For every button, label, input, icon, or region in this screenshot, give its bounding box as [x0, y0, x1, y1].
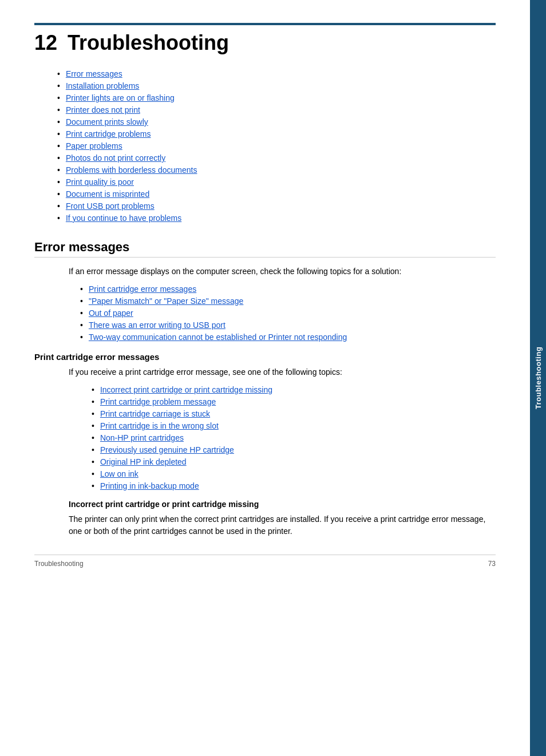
toc-item: Printer lights are on or flashing — [57, 93, 496, 102]
top-border — [34, 23, 496, 25]
toc-item: Paper problems — [57, 141, 496, 151]
link-ink-backup[interactable]: Printing in ink-backup mode — [100, 481, 199, 490]
link-wrong-slot[interactable]: Print cartridge is in the wrong slot — [100, 421, 219, 430]
list-item: Non-HP print cartridges — [92, 433, 496, 442]
list-item: Original HP ink depleted — [92, 457, 496, 466]
toc-item: Document is misprinted — [57, 189, 496, 199]
toc-item: Print quality is poor — [57, 177, 496, 187]
chapter-title: 12Troubleshooting — [34, 31, 496, 55]
chapter-number: 12 — [34, 31, 57, 54]
toc-item: Photos do not print correctly — [57, 153, 496, 163]
toc-item: Error messages — [57, 69, 496, 78]
main-content: 12Troubleshooting Error messages Install… — [0, 0, 530, 756]
toc-link-photos[interactable]: Photos do not print correctly — [66, 153, 165, 163]
list-item: Print cartridge error messages — [80, 284, 496, 294]
toc-item: Front USB port problems — [57, 201, 496, 211]
list-item: "Paper Mismatch" or "Paper Size" message — [80, 296, 496, 306]
link-usb-error[interactable]: There was an error writing to USB port — [89, 320, 225, 330]
toc-link-doc-prints-slowly[interactable]: Document prints slowly — [66, 117, 148, 126]
toc-link-printer-not-print[interactable]: Printer does not print — [66, 105, 140, 114]
cartridge-error-intro: If you receive a print cartridge error m… — [69, 366, 496, 378]
link-non-hp[interactable]: Non-HP print cartridges — [100, 433, 184, 442]
list-item: Two-way communication cannot be establis… — [80, 333, 496, 342]
toc-link-usb-port[interactable]: Front USB port problems — [66, 201, 155, 211]
footer-page-number: 73 — [488, 560, 496, 568]
toc-link-printer-lights[interactable]: Printer lights are on or flashing — [66, 93, 175, 102]
link-cartridge-problem-msg[interactable]: Print cartridge problem message — [100, 397, 216, 406]
list-item: Print cartridge is in the wrong slot — [92, 421, 496, 430]
toc-item: Printer does not print — [57, 105, 496, 114]
toc-item: Print cartridge problems — [57, 129, 496, 138]
list-item: There was an error writing to USB port — [80, 320, 496, 330]
sidebar-tab-label: Troubleshooting — [534, 347, 543, 409]
list-item: Print cartridge problem message — [92, 397, 496, 406]
list-item: Low on ink — [92, 469, 496, 478]
footer-label: Troubleshooting — [34, 560, 84, 568]
list-item: Incorrect print cartridge or print cartr… — [92, 385, 496, 394]
toc-link-misprinted[interactable]: Document is misprinted — [66, 189, 149, 199]
toc-link-print-quality[interactable]: Print quality is poor — [66, 177, 134, 187]
list-item: Out of paper — [80, 308, 496, 318]
toc-link-borderless[interactable]: Problems with borderless documents — [66, 165, 197, 175]
toc-item: If you continue to have problems — [57, 213, 496, 223]
list-item: Printing in ink-backup mode — [92, 481, 496, 490]
page-footer: Troubleshooting 73 — [34, 555, 496, 568]
cartridge-error-links-list: Incorrect print cartridge or print cartr… — [92, 385, 496, 490]
link-incorrect-cartridge[interactable]: Incorrect print cartridge or print cartr… — [100, 385, 272, 394]
toc-link-cartridge-problems[interactable]: Print cartridge problems — [66, 129, 151, 138]
link-original-depleted[interactable]: Original HP ink depleted — [100, 457, 187, 466]
sidebar-tab: Troubleshooting — [530, 0, 546, 756]
link-cartridge-error-msgs[interactable]: Print cartridge error messages — [89, 284, 196, 294]
list-item: Print cartridge carriage is stuck — [92, 409, 496, 418]
toc-link-installation-problems[interactable]: Installation problems — [66, 81, 139, 90]
incorrect-cartridge-body: The printer can only print when the corr… — [69, 513, 496, 537]
link-paper-mismatch[interactable]: "Paper Mismatch" or "Paper Size" message — [89, 296, 243, 306]
toc-list: Error messages Installation problems Pri… — [57, 69, 496, 223]
toc-link-paper-problems[interactable]: Paper problems — [66, 141, 122, 151]
link-low-on-ink[interactable]: Low on ink — [100, 469, 139, 478]
toc-link-error-messages[interactable]: Error messages — [66, 69, 122, 78]
link-carriage-stuck[interactable]: Print cartridge carriage is stuck — [100, 409, 210, 418]
toc-link-continue-problems[interactable]: If you continue to have problems — [66, 213, 181, 223]
subsubsection-incorrect-cartridge-title: Incorrect print cartridge or print cartr… — [69, 500, 496, 509]
subsection-cartridge-error-title: Print cartridge error messages — [34, 352, 496, 362]
link-out-of-paper[interactable]: Out of paper — [89, 308, 133, 318]
toc-item: Document prints slowly — [57, 117, 496, 126]
error-messages-links-list: Print cartridge error messages "Paper Mi… — [80, 284, 496, 342]
toc-item: Problems with borderless documents — [57, 165, 496, 175]
link-previously-used[interactable]: Previously used genuine HP cartridge — [100, 445, 234, 454]
list-item: Previously used genuine HP cartridge — [92, 445, 496, 454]
section-error-messages-title: Error messages — [34, 240, 496, 258]
link-two-way-comm[interactable]: Two-way communication cannot be establis… — [89, 333, 347, 342]
chapter-title-text: Troubleshooting — [68, 31, 229, 54]
error-messages-intro: If an error message displays on the comp… — [69, 266, 496, 278]
toc-item: Installation problems — [57, 81, 496, 90]
